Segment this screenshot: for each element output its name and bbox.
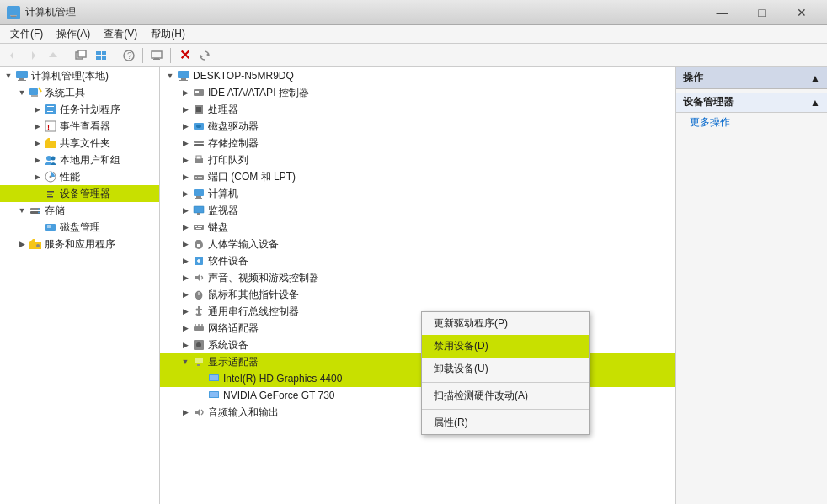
device-processor[interactable]: ▶ 处理器 xyxy=(160,101,675,118)
maximize-button[interactable]: □ xyxy=(743,0,781,25)
device-disk[interactable]: ▶ 磁盘驱动器 xyxy=(160,118,675,135)
device-audio-io-label: 音频输入和输出 xyxy=(208,406,279,420)
system-tools-icon xyxy=(29,86,42,99)
tree-services[interactable]: ▶ 服务和应用程序 xyxy=(0,236,159,252)
disk-icon xyxy=(44,220,57,234)
back-button[interactable] xyxy=(3,46,22,65)
svg-rect-69 xyxy=(195,226,197,227)
device-audio[interactable]: ▶ 声音、视频和游戏控制器 xyxy=(160,269,675,286)
ctx-properties[interactable]: 属性(R) xyxy=(422,411,589,434)
task-toggle[interactable]: ▶ xyxy=(30,103,44,116)
device-keyboard[interactable]: ▶ 键盘 xyxy=(160,219,675,236)
menu-action[interactable]: 操作(A) xyxy=(50,25,97,43)
device-software[interactable]: ▶ 软件设备 xyxy=(160,252,675,269)
actions-panel: 操作 ▲ 设备管理器 ▲ 更多操作 xyxy=(675,67,827,504)
separator-2 xyxy=(115,48,115,63)
device-display[interactable]: ▼ 显示适配器 xyxy=(160,353,675,370)
svg-rect-46 xyxy=(178,71,189,78)
svg-rect-84 xyxy=(194,326,204,331)
menu-help[interactable]: 帮助(H) xyxy=(144,25,192,43)
device-usb[interactable]: ▶ 通用串行总线控制器 xyxy=(160,303,675,320)
ctx-scan-hardware[interactable]: 扫描检测硬件改动(A) xyxy=(422,385,589,407)
minimize-button[interactable]: — xyxy=(703,0,741,25)
tree-device-manager[interactable]: ▶ 设备管理器 xyxy=(0,185,159,202)
tree-system-tools[interactable]: ▼ 系统工具 xyxy=(0,84,159,101)
svg-rect-26 xyxy=(47,106,54,107)
svg-point-89 xyxy=(196,342,201,347)
device-mouse-label: 鼠标和其他指针设备 xyxy=(208,288,299,302)
view-button[interactable] xyxy=(92,46,110,65)
actions-section-collapse-icon[interactable]: ▲ xyxy=(810,97,820,109)
browse-button[interactable] xyxy=(72,46,90,65)
forward-button[interactable] xyxy=(24,46,42,65)
tree-task-scheduler[interactable]: ▶ 任务计划程序 xyxy=(0,101,159,118)
tree-local-users[interactable]: ▶ 本地用户和组 xyxy=(0,151,159,168)
help-button[interactable]: ? xyxy=(120,46,138,65)
svg-rect-63 xyxy=(194,189,204,196)
services-toggle[interactable]: ▶ xyxy=(15,237,29,251)
ctx-disable-device[interactable]: 禁用设备(D) xyxy=(422,335,589,358)
tree-performance[interactable]: ▶ 性能 xyxy=(0,168,159,185)
device-nvidia-gpu[interactable]: ▶ NVIDIA GeForce GT 730 xyxy=(160,387,675,404)
device-computer[interactable]: ▶ 计算机 xyxy=(160,185,675,202)
actions-header: 操作 ▲ xyxy=(676,67,827,89)
perf-toggle[interactable]: ▶ xyxy=(30,170,44,183)
task-icon xyxy=(44,103,57,116)
svg-rect-10 xyxy=(96,56,101,60)
svg-rect-48 xyxy=(179,80,188,81)
device-system-label: 系统设备 xyxy=(208,338,248,353)
event-toggle[interactable]: ▶ xyxy=(30,119,44,133)
actions-more[interactable]: 更多操作 xyxy=(676,113,827,132)
delete-button[interactable]: ✕ xyxy=(175,46,194,65)
svg-rect-16 xyxy=(153,59,160,60)
tree-event-viewer[interactable]: ▶ ! 事件查看器 xyxy=(0,118,159,135)
svg-marker-79 xyxy=(195,273,200,282)
tree-root[interactable]: ▼ 计算机管理(本地) xyxy=(0,67,159,84)
refresh-button[interactable] xyxy=(195,46,214,65)
svg-rect-20 xyxy=(19,78,24,80)
device-ports[interactable]: ▶ 端口 (COM 和 LPT) xyxy=(160,168,675,185)
svg-rect-75 xyxy=(197,244,200,247)
device-network[interactable]: ▶ 网络适配器 xyxy=(160,320,675,337)
separator-1 xyxy=(67,48,67,63)
device-monitor[interactable]: ▶ 监视器 xyxy=(160,202,675,219)
menu-view[interactable]: 查看(V) xyxy=(97,25,144,43)
users-toggle[interactable]: ▶ xyxy=(30,153,44,167)
device-root[interactable]: ▼ DESKTOP-N5MR9DQ xyxy=(160,67,675,84)
tree-shared-folders[interactable]: ▶ 共享文件夹 xyxy=(0,135,159,151)
up-button[interactable] xyxy=(44,46,62,65)
tree-storage[interactable]: ▼ 存储 xyxy=(0,202,159,219)
device-storage-ctrl-label: 存储控制器 xyxy=(208,136,259,151)
tree-disk-mgmt[interactable]: ▶ 磁盘管理 xyxy=(0,219,159,236)
svg-marker-5 xyxy=(49,52,57,57)
device-audio-io[interactable]: ▶ 音频输入和输出 xyxy=(160,404,675,421)
ctx-uninstall-device[interactable]: 卸载设备(U) xyxy=(422,358,589,380)
root-toggle[interactable]: ▼ xyxy=(2,69,15,82)
toolbar: ? ✕ xyxy=(0,44,827,67)
device-mouse[interactable]: ▶ 鼠标和其他指针设备 xyxy=(160,286,675,303)
device-hid[interactable]: ▶ 人体学输入设备 xyxy=(160,236,675,252)
svg-marker-3 xyxy=(10,51,13,60)
svg-point-31 xyxy=(46,156,51,161)
task-label: 任务计划程序 xyxy=(60,103,120,117)
svg-rect-27 xyxy=(47,109,52,109)
device-print-label: 打印队列 xyxy=(208,153,248,167)
device-print[interactable]: ▶ 打印队列 xyxy=(160,151,675,168)
device-root-toggle[interactable]: ▼ xyxy=(163,69,177,82)
device-display-label: 显示适配器 xyxy=(208,355,259,369)
shared-toggle[interactable]: ▶ xyxy=(30,136,44,150)
storage-toggle[interactable]: ▼ xyxy=(15,204,29,217)
device-intel-gpu[interactable]: ▶ Intel(R) HD Graphics 4400 xyxy=(160,370,675,387)
computer-button[interactable] xyxy=(147,46,166,65)
separator-3 xyxy=(142,48,143,63)
device-system[interactable]: ▶ 系统设备 xyxy=(160,337,675,353)
device-ports-label: 端口 (COM 和 LPT) xyxy=(208,170,296,184)
ctx-update-driver[interactable]: 更新驱动程序(P) xyxy=(422,312,589,335)
menu-file[interactable]: 文件(F) xyxy=(3,25,50,43)
actions-collapse-icon[interactable]: ▲ xyxy=(810,72,820,84)
close-button[interactable]: ✕ xyxy=(782,0,820,25)
device-ide[interactable]: ▶ IDE ATA/ATAPI 控制器 xyxy=(160,84,675,101)
device-storage-ctrl[interactable]: ▶ 存储控制器 xyxy=(160,135,675,151)
system-tools-toggle[interactable]: ▼ xyxy=(15,86,29,99)
svg-rect-22 xyxy=(29,88,38,95)
